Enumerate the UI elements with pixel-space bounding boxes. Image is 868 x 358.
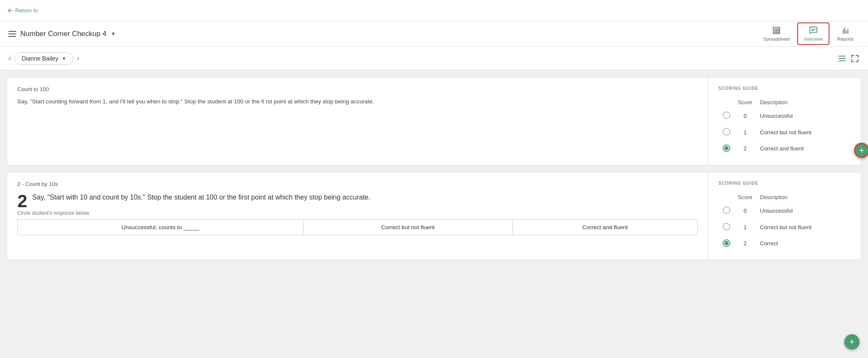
score-val-2-q1: 2 [734,141,756,155]
student-nav-right [837,54,860,63]
student-dropdown[interactable]: Dianne Bailey ▼ [14,52,73,65]
response-opt-2[interactable]: Correct but not fluent [303,220,512,235]
question-2-scoring: SCORING GUIDE Score Description [708,172,861,260]
spreadsheet-icon [772,26,781,35]
radio-1-q2[interactable] [723,223,730,230]
question-2-label: 2 - Count by 10s [17,181,698,187]
top-nav-bar: Return to [0,0,868,21]
score-row-2-q1: 2 Correct and fluent [719,141,850,155]
spreadsheet-nav-btn[interactable]: Spreadsheet [757,23,796,44]
radio-0-q2[interactable] [723,206,730,214]
response-opt-1[interactable]: Unsuccessful; counts to _____ [18,220,303,235]
question-1-label: Count to 100 [17,86,698,92]
score-row-1-q2: 1 Correct but not fluent [719,219,850,235]
question-2-content: 2 Say, "Start with 10 and count by 10s."… [17,192,698,210]
scoring-table-1: Score Description 0 Unsuccessful [718,97,851,156]
score-desc-0-q2: Unsuccessful [757,203,850,219]
student-name: Dianne Bailey [22,55,58,62]
score-row-2-q2: 2 Correct [719,236,850,250]
reports-nav-btn[interactable]: Reports [831,23,860,44]
scoring-guide-title-1: SCORING GUIDE [718,86,851,91]
col-radio-1 [719,97,734,107]
response-opt-3[interactable]: Correct and fluent [513,220,698,235]
title-dropdown-arrow[interactable]: ▼ [111,31,116,37]
score-val-0-q1: 0 [734,108,756,124]
header-right: Spreadsheet Interview Reports [757,22,860,45]
score-val-1-q2: 1 [734,219,756,235]
spreadsheet-label: Spreadsheet [763,36,790,42]
prev-student-btn[interactable]: ‹ [8,54,11,63]
interview-icon [809,26,818,35]
score-val-0-q2: 0 [734,203,756,219]
return-to-label: Return to [15,7,38,14]
question-1-scoring: SCORING GUIDE Score Description [708,78,861,165]
radio-2-q2[interactable] [723,239,730,247]
scoring-guide-title-2: SCORING GUIDE [718,181,851,186]
score-desc-1-q1: Correct but not fluent [757,125,850,140]
list-view-btn[interactable] [837,54,847,63]
student-dropdown-arrow: ▼ [61,56,66,61]
main-content: Count to 100 Say, "Start counting forwar… [0,77,868,267]
question-2-left: 2 - Count by 10s 2 Say, "Start with 10 a… [7,172,708,260]
col-score-2: Score [734,192,756,202]
list-view-icon [837,54,847,63]
score-val-2-q2: 2 [734,236,756,250]
score-desc-1-q2: Correct but not fluent [757,219,850,235]
reports-label: Reports [837,36,854,42]
next-student-btn[interactable]: › [77,54,79,63]
question-card-2: 2 - Count by 10s 2 Say, "Start with 10 a… [7,172,861,260]
score-row-0-q2: 0 Unsuccessful [719,203,850,219]
response-table-q2: Unsuccessful; counts to _____ Correct bu… [17,219,698,235]
question-2-instruction: Say, "Start with 10 and count by 10s." S… [17,192,698,203]
score-desc-0-q1: Unsuccessful [757,108,850,124]
circle-label-q2: Circle student's response below. [17,210,698,216]
interview-nav-btn[interactable]: Interview [797,22,829,45]
score-val-1-q1: 1 [734,125,756,140]
col-radio-2 [719,192,734,202]
add-note-btn-q1[interactable]: + [854,143,868,158]
question-1-text: Say, "Start counting forward from 1, and… [17,97,698,106]
scoring-table-2: Score Description 0 Unsuccessful [718,191,851,251]
hamburger-menu[interactable] [8,31,16,37]
return-to-link[interactable]: Return to [7,7,38,14]
col-score-1: Score [734,97,756,107]
page-title: Number Corner Checkup 4 [20,30,106,38]
score-desc-2-q1: Correct and fluent [757,141,850,155]
back-arrow-icon [7,7,14,14]
col-desc-2: Description [757,192,850,202]
question-1-left: Count to 100 Say, "Start counting forwar… [7,78,708,165]
student-nav-bar: ‹ Dianne Bailey ▼ › [0,47,868,70]
question-card-1: Count to 100 Say, "Start counting forwar… [7,77,861,165]
student-nav-left: ‹ Dianne Bailey ▼ › [8,52,79,65]
radio-0-q1[interactable] [723,111,730,119]
expand-icon [850,54,860,63]
radio-2-q1[interactable] [723,144,730,152]
score-row-0-q1: 0 Unsuccessful [719,108,850,124]
col-desc-1: Description [757,97,850,107]
header-left: Number Corner Checkup 4 ▼ [8,30,116,38]
header-bar: Number Corner Checkup 4 ▼ Spreadsheet In… [0,21,868,47]
interview-label: Interview [804,36,823,42]
score-row-1-q1: 1 Correct but not fluent [719,125,850,140]
svg-rect-0 [812,29,815,30]
expand-view-btn[interactable] [850,54,860,63]
radio-1-q1[interactable] [723,128,730,136]
score-desc-2-q2: Correct [757,236,850,250]
question-2-big-number: 2 [17,192,27,210]
svg-rect-1 [812,30,814,31]
reports-icon [841,26,850,35]
